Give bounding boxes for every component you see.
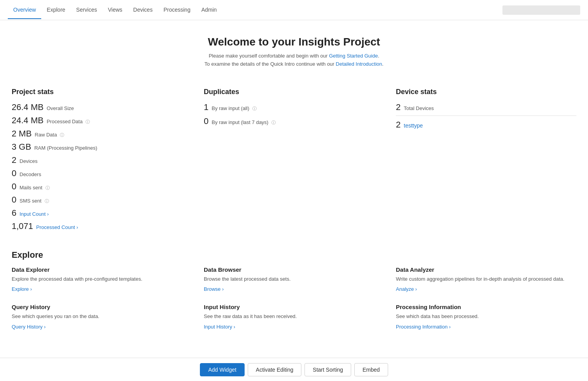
- dup-label-all: By raw input (all): [212, 105, 249, 111]
- stat-value-processed-data: 24.4 MB: [12, 115, 44, 126]
- stat-processed-data: 24.4 MB Processed Data ⓘ: [12, 115, 192, 126]
- stat-value-raw-data: 2 MB: [12, 129, 32, 139]
- info-icon-processed-data: ⓘ: [86, 119, 90, 125]
- stat-link-processed-count[interactable]: Processed Count ›: [36, 224, 78, 230]
- stat-label-sms-sent: SMS sent: [19, 198, 41, 204]
- device-type-value: 2: [396, 120, 401, 130]
- dup-label-7days: By raw input (last 7 days): [212, 119, 268, 125]
- nav-processing[interactable]: Processing: [158, 1, 196, 19]
- explore-section: Explore Data Explorer Explore the proces…: [12, 250, 576, 330]
- activate-editing-button[interactable]: Activate Editing: [248, 363, 302, 376]
- stat-label-raw-data: Raw Data: [35, 132, 57, 138]
- nav-links: Overview Explore Services Views Devices …: [8, 1, 222, 19]
- project-stats-section: Project stats 26.4 MB Overall Size 24.4 …: [12, 88, 192, 234]
- getting-started-link[interactable]: Getting Started Guide: [329, 53, 378, 59]
- stat-value-total-devices: 2: [396, 102, 401, 112]
- stat-value-processed-count: 1,071: [12, 221, 33, 231]
- explore-card-processing-info: Processing Information See which data ha…: [396, 304, 576, 330]
- embed-button[interactable]: Embed: [354, 363, 388, 376]
- nav-bar: Overview Explore Services Views Devices …: [0, 0, 588, 20]
- stat-label-processed-data: Processed Data: [47, 119, 83, 124]
- info-icon-sms-sent: ⓘ: [45, 198, 49, 204]
- nav-devices[interactable]: Devices: [128, 1, 158, 19]
- explore-card-data-explorer: Data Explorer Explore the processed data…: [12, 266, 192, 292]
- duplicates-title: Duplicates: [204, 88, 384, 96]
- nav-services[interactable]: Services: [71, 1, 103, 19]
- stat-value-input-count: 6: [12, 208, 16, 218]
- stat-value-decoders: 0: [12, 168, 16, 178]
- explore-card-title-data-analyzer: Data Analyzer: [396, 266, 576, 273]
- dup-row-7days: 0 By raw input (last 7 days) ⓘ: [204, 116, 384, 126]
- add-widget-button[interactable]: Add Widget: [200, 363, 244, 376]
- stat-value-mails-sent: 0: [12, 182, 16, 192]
- stat-total-devices: 2 Total Devices: [396, 102, 576, 112]
- stat-raw-data: 2 MB Raw Data ⓘ: [12, 129, 192, 139]
- explore-card-desc-input-history: See the raw data as it has been received…: [204, 313, 384, 320]
- explore-card-desc-query-history: See which queries you ran on the data.: [12, 313, 192, 320]
- nav-right: [502, 5, 580, 15]
- stat-value-ram: 3 GB: [12, 142, 31, 152]
- explore-grid: Data Explorer Explore the processed data…: [12, 266, 576, 330]
- stat-link-input-count[interactable]: Input Count ›: [19, 211, 49, 217]
- duplicates-section: Duplicates 1 By raw input (all) ⓘ 0 By r…: [204, 88, 384, 234]
- device-type-link[interactable]: testtype: [404, 122, 423, 129]
- stat-sms-sent: 0 SMS sent ⓘ: [12, 195, 192, 205]
- hero-title: Welcome to your Insights Project: [8, 36, 580, 48]
- bottom-bar: Add Widget Activate Editing Start Sortin…: [0, 358, 588, 381]
- nav-admin[interactable]: Admin: [196, 1, 222, 19]
- device-type-row: 2 testtype: [396, 120, 576, 130]
- info-icon-dup-7days: ⓘ: [271, 120, 276, 126]
- stat-value-devices: 2: [12, 155, 16, 165]
- explore-card-link-input-history[interactable]: Input History ›: [204, 324, 235, 330]
- info-icon-raw-data: ⓘ: [60, 132, 64, 138]
- explore-card-desc-data-explorer: Explore the processed data with pre-conf…: [12, 275, 192, 283]
- device-stats-title: Device stats: [396, 88, 576, 96]
- explore-card-data-analyzer: Data Analyzer Write custom aggregation p…: [396, 266, 576, 292]
- explore-card-link-data-browser[interactable]: Browse ›: [204, 286, 224, 292]
- explore-card-link-data-explorer[interactable]: Explore ›: [12, 286, 32, 292]
- hero-line2: To examine the details of the Quick Intr…: [8, 60, 580, 68]
- detailed-intro-link[interactable]: Detailed Introduction: [336, 61, 382, 67]
- nav-explore[interactable]: Explore: [41, 1, 70, 19]
- hero-line1: Please make yourself comfortable and beg…: [8, 52, 580, 60]
- project-stats-title: Project stats: [12, 88, 192, 96]
- stat-decoders: 0 Decoders: [12, 168, 192, 178]
- explore-card-title-input-history: Input History: [204, 304, 384, 310]
- stat-input-count: 6 Input Count ›: [12, 208, 192, 218]
- dup-value-7days: 0: [204, 116, 208, 126]
- main-content: Project stats 26.4 MB Overall Size 24.4 …: [0, 80, 588, 369]
- stat-processed-count: 1,071 Processed Count ›: [12, 221, 192, 231]
- explore-card-input-history: Input History See the raw data as it has…: [204, 304, 384, 330]
- explore-card-desc-data-browser: Browse the latest processed data sets.: [204, 275, 384, 283]
- stat-value-sms-sent: 0: [12, 195, 16, 205]
- start-sorting-button[interactable]: Start Sorting: [304, 363, 351, 376]
- stat-devices: 2 Devices: [12, 155, 192, 165]
- stat-label-total-devices: Total Devices: [404, 105, 434, 111]
- stat-ram: 3 GB RAM (Processing Pipelines): [12, 142, 192, 152]
- explore-card-data-browser: Data Browser Browse the latest processed…: [204, 266, 384, 292]
- stat-label-ram: RAM (Processing Pipelines): [34, 145, 97, 151]
- hero-section: Welcome to your Insights Project Please …: [0, 20, 588, 80]
- explore-card-link-query-history[interactable]: Query History ›: [12, 324, 46, 330]
- explore-card-title-processing-info: Processing Information: [396, 304, 576, 310]
- explore-card-title-data-browser: Data Browser: [204, 266, 384, 273]
- explore-section-title: Explore: [12, 250, 576, 260]
- explore-card-link-data-analyzer[interactable]: Analyze ›: [396, 286, 417, 292]
- nav-overview[interactable]: Overview: [8, 1, 41, 19]
- stat-value-overall-size: 26.4 MB: [12, 102, 44, 112]
- dup-value-all: 1: [204, 102, 208, 112]
- info-icon-dup-all: ⓘ: [252, 106, 257, 112]
- dup-row-all: 1 By raw input (all) ⓘ: [204, 102, 384, 112]
- device-stats-section: Device stats 2 Total Devices 2 testtype: [396, 88, 576, 234]
- stat-label-decoders: Decoders: [19, 171, 41, 177]
- stat-label-overall-size: Overall Size: [47, 105, 74, 111]
- explore-card-title-query-history: Query History: [12, 304, 192, 310]
- explore-card-title-data-explorer: Data Explorer: [12, 266, 192, 273]
- stat-overall-size: 26.4 MB Overall Size: [12, 102, 192, 112]
- explore-card-link-processing-info[interactable]: Processing Information ›: [396, 324, 451, 330]
- top-three-col: Project stats 26.4 MB Overall Size 24.4 …: [12, 88, 576, 234]
- stat-mails-sent: 0 Mails sent ⓘ: [12, 182, 192, 192]
- stat-label-mails-sent: Mails sent: [19, 185, 42, 190]
- explore-card-desc-processing-info: See which data has been processed.: [396, 313, 576, 320]
- nav-views[interactable]: Views: [103, 1, 128, 19]
